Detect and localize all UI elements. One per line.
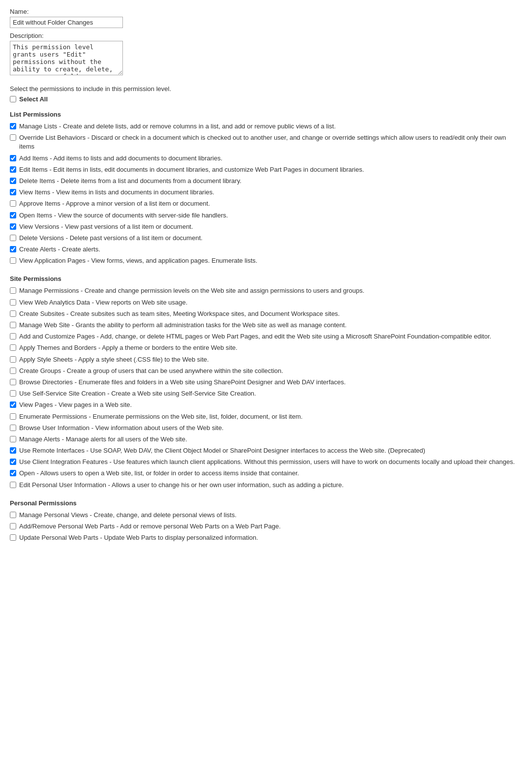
perm-name-open: Open (19, 469, 35, 477)
perm-name-enumerate_permissions: Enumerate Permissions (19, 413, 87, 420)
name-input[interactable] (10, 17, 123, 28)
checkbox-open[interactable] (10, 470, 16, 476)
permission-item-create_subsites: Create Subsites - Create subsites such a… (10, 309, 522, 318)
permission-item-approve_items: Approve Items - Approve a minor version … (10, 199, 522, 208)
checkbox-manage_alerts[interactable] (10, 436, 16, 442)
perm-text-manage_permissions: Manage Permissions - Create and change p… (19, 286, 364, 295)
perm-text-apply_themes: Apply Themes and Borders - Apply a theme… (19, 343, 237, 352)
perm-text-view_web_analytics: View Web Analytics Data - View reports o… (19, 298, 187, 307)
desc-textarea[interactable]: This permission level grants users "Edit… (10, 41, 123, 75)
perm-desc-view_versions: View past versions of a list item or doc… (65, 223, 193, 230)
checkbox-add_remove_personal_web_parts[interactable] (10, 523, 16, 529)
checkbox-view_app_pages[interactable] (10, 257, 16, 264)
perm-name-manage_personal_views: Manage Personal Views (19, 511, 88, 519)
checkbox-open_items[interactable] (10, 212, 16, 218)
permission-item-browse_user_info: Browse User Information - View informati… (10, 424, 522, 432)
permission-item-edit_items: Edit Items - Edit items in lists, edit d… (10, 165, 522, 174)
perm-desc-use_client_integration: Use features which launch client applica… (114, 458, 515, 465)
perm-desc-open: Allows users to open a Web site, list, o… (40, 469, 299, 477)
perm-text-manage_lists: Manage Lists - Create and delete lists, … (19, 122, 336, 131)
perm-text-add_customize_pages: Add and Customize Pages - Add, change, o… (19, 332, 491, 341)
permission-item-use_remote_interfaces: Use Remote Interfaces - Use SOAP, Web DA… (10, 446, 522, 455)
perm-text-add_items: Add Items - Add items to lists and add d… (19, 154, 222, 163)
perm-text-use_self_service: Use Self-Service Site Creation - Create … (19, 389, 256, 398)
permission-item-create_groups: Create Groups - Create a group of users … (10, 367, 522, 375)
perm-text-view_pages: View Pages - View pages in a Web site. (19, 401, 132, 409)
perm-desc-view_pages: View pages in a Web site. (59, 401, 132, 408)
perm-name-open_items: Open Items (19, 212, 52, 219)
checkbox-manage_lists[interactable] (10, 123, 16, 129)
permission-item-manage_permissions: Manage Permissions - Create and change p… (10, 286, 522, 295)
permission-item-use_self_service: Use Self-Service Site Creation - Create … (10, 389, 522, 398)
perm-desc-view_web_analytics: View reports on Web site usage. (96, 299, 188, 306)
checkbox-edit_personal_user_info[interactable] (10, 482, 16, 488)
perm-desc-edit_personal_user_info: Allows a user to change his or her own u… (112, 481, 344, 489)
checkbox-browse_user_info[interactable] (10, 425, 16, 431)
perm-name-edit_personal_user_info: Edit Personal User Information (19, 481, 106, 489)
checkbox-update_personal_web_parts[interactable] (10, 534, 16, 541)
checkbox-view_versions[interactable] (10, 223, 16, 230)
desc-label: Description: (10, 32, 522, 39)
checkbox-create_groups[interactable] (10, 368, 16, 374)
perm-desc-manage_permissions: Create and change permission levels on t… (85, 287, 364, 294)
permission-item-update_personal_web_parts: Update Personal Web Parts - Update Web P… (10, 533, 522, 542)
perm-name-view_app_pages: View Application Pages (19, 257, 86, 264)
perm-name-add_items: Add Items (19, 154, 48, 162)
checkbox-add_customize_pages[interactable] (10, 333, 16, 339)
perm-text-delete_versions: Delete Versions - Delete past versions o… (19, 234, 203, 243)
perm-desc-use_self_service: Create a Web site using Self-Service Sit… (111, 390, 256, 397)
permission-item-add_customize_pages: Add and Customize Pages - Add, change, o… (10, 332, 522, 341)
select-all-label: Select All (19, 95, 48, 103)
checkbox-create_alerts[interactable] (10, 246, 16, 252)
checkbox-add_items[interactable] (10, 155, 16, 161)
checkbox-view_items[interactable] (10, 189, 16, 195)
perm-text-browse_directories: Browse Directories - Enumerate files and… (19, 378, 346, 387)
perm-name-view_web_analytics: View Web Analytics Data (19, 299, 90, 306)
permission-item-apply_style_sheets: Apply Style Sheets - Apply a style sheet… (10, 355, 522, 364)
select-all-row: Select All (10, 95, 522, 103)
checkbox-manage_permissions[interactable] (10, 287, 16, 294)
perm-desc-add_items: Add items to lists and add documents to … (53, 154, 222, 162)
perm-text-enumerate_permissions: Enumerate Permissions - Enumerate permis… (19, 412, 302, 421)
perm-text-approve_items: Approve Items - Approve a minor version … (19, 199, 210, 208)
perm-text-open: Open - Allows users to open a Web site, … (19, 469, 299, 478)
perm-text-create_alerts: Create Alerts - Create alerts. (19, 245, 100, 254)
select-all-checkbox[interactable] (10, 96, 16, 102)
checkbox-use_remote_interfaces[interactable] (10, 447, 16, 454)
checkbox-edit_items[interactable] (10, 166, 16, 173)
perm-desc-open_items: View the source of documents with server… (58, 212, 228, 219)
perm-name-add_remove_personal_web_parts: Add/Remove Personal Web Parts (19, 523, 115, 530)
checkbox-create_subsites[interactable] (10, 310, 16, 317)
perm-name-manage_alerts: Manage Alerts (19, 435, 60, 443)
perm-name-view_items: View Items (19, 188, 50, 196)
permission-item-manage_lists: Manage Lists - Create and delete lists, … (10, 122, 522, 131)
checkbox-apply_style_sheets[interactable] (10, 356, 16, 363)
perm-text-use_remote_interfaces: Use Remote Interfaces - Use SOAP, Web DA… (19, 446, 425, 455)
checkbox-use_client_integration[interactable] (10, 459, 16, 465)
permission-item-view_items: View Items - View items in lists and doc… (10, 188, 522, 197)
checkbox-delete_items[interactable] (10, 178, 16, 184)
checkbox-use_self_service[interactable] (10, 390, 16, 397)
permission-item-add_items: Add Items - Add items to lists and add d… (10, 154, 522, 163)
checkbox-browse_directories[interactable] (10, 379, 16, 385)
perm-name-use_self_service: Use Self-Service Site Creation (19, 390, 106, 397)
checkbox-view_web_analytics[interactable] (10, 299, 16, 306)
permission-item-view_pages: View Pages - View pages in a Web site. (10, 401, 522, 409)
perm-desc-use_remote_interfaces: Use SOAP, Web DAV, the Client Object Mod… (90, 447, 425, 454)
perm-desc-browse_user_info: View information about users of the Web … (95, 424, 224, 432)
perm-desc-apply_style_sheets: Apply a style sheet (.CSS file) to the W… (78, 356, 209, 363)
checkbox-manage_web_site[interactable] (10, 322, 16, 328)
name-section: Name: (10, 8, 522, 28)
checkbox-manage_personal_views[interactable] (10, 512, 16, 518)
checkbox-enumerate_permissions[interactable] (10, 413, 16, 420)
checkbox-override_list[interactable] (10, 134, 16, 141)
permission-item-edit_personal_user_info: Edit Personal User Information - Allows … (10, 481, 522, 490)
checkbox-apply_themes[interactable] (10, 344, 16, 351)
checkbox-approve_items[interactable] (10, 200, 16, 207)
perm-text-manage_web_site: Manage Web Site - Grants the ability to … (19, 321, 347, 330)
checkbox-delete_versions[interactable] (10, 235, 16, 241)
perm-name-browse_user_info: Browse User Information (19, 424, 89, 432)
permission-item-open: Open - Allows users to open a Web site, … (10, 469, 522, 478)
perm-name-override_list: Override List Behaviors (19, 134, 86, 141)
checkbox-view_pages[interactable] (10, 401, 16, 408)
